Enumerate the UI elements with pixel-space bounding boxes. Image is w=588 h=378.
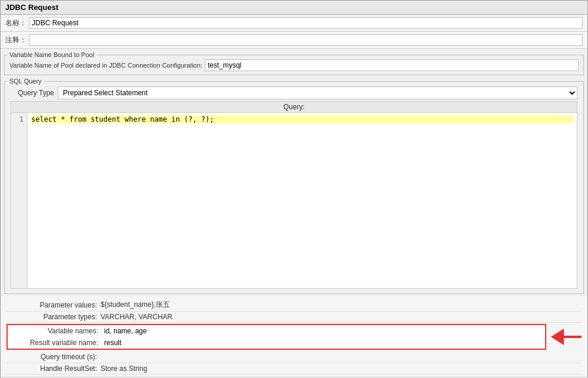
query-type-label: Query Type <box>11 89 58 97</box>
handle-resultset-value: Store as String <box>101 364 582 373</box>
red-arrow-container <box>546 323 582 351</box>
variable-names-row: Variable names: <box>8 325 545 337</box>
sql-section: SQL Query Query Type Prepared Select Sta… <box>4 78 584 294</box>
title-bar: JDBC Request <box>1 1 587 15</box>
variable-names-input[interactable] <box>102 326 545 336</box>
parameter-values-label: Parameter values: <box>6 301 101 309</box>
query-timeout-input[interactable] <box>101 352 582 362</box>
parameter-values-value: ${student_name},张五 <box>101 300 582 310</box>
comment-row: 注释： <box>1 32 587 49</box>
query-content[interactable]: select * from student where name in (?, … <box>28 113 577 288</box>
sql-legend: SQL Query <box>7 78 44 85</box>
parameter-types-label: Parameter types: <box>6 313 101 321</box>
red-arrow-left <box>551 329 564 345</box>
pool-row: Variable Name of Pool declared in JDBC C… <box>7 58 581 72</box>
window-title: JDBC Request <box>5 3 58 12</box>
line-number-1: 1 <box>19 115 24 123</box>
comment-input[interactable] <box>29 34 583 46</box>
pool-legend: Variable Name Bound to Pool <box>7 51 96 58</box>
name-input[interactable] <box>29 17 583 29</box>
result-variable-label: Result variable name: <box>8 339 102 347</box>
variable-names-label: Variable names: <box>8 327 102 335</box>
handle-resultset-label: Handle ResultSet: <box>6 364 101 373</box>
name-label: 名称： <box>5 18 29 28</box>
params-section: Parameter values: ${student_name},张五 Par… <box>1 296 587 377</box>
query-editor[interactable]: 1 select * from student where name in (?… <box>11 112 577 289</box>
result-variable-input[interactable] <box>102 338 545 347</box>
comment-label: 注释： <box>5 35 29 45</box>
pool-label: Variable Name of Pool declared in JDBC C… <box>9 62 202 69</box>
parameter-types-value: VARCHAR, VARCHAR <box>101 313 582 321</box>
parameter-values-row: Parameter values: ${student_name},张五 <box>6 299 582 312</box>
line-numbers: 1 <box>11 113 28 288</box>
query-type-row: Query Type Prepared Select Statement <box>7 85 581 101</box>
jdbc-request-window: JDBC Request 名称： 注释： Variable Name Bound… <box>0 0 588 378</box>
parameter-types-row: Parameter types: VARCHAR, VARCHAR <box>6 312 582 323</box>
pool-input[interactable] <box>205 59 579 71</box>
handle-resultset-row: Handle ResultSet: Store as String <box>6 363 582 374</box>
result-variable-row: Result variable name: <box>8 337 545 349</box>
query-line-1: select * from student where name in (?, … <box>31 115 573 123</box>
pool-section: Variable Name Bound to Pool Variable Nam… <box>4 51 584 75</box>
name-row: 名称： <box>1 15 587 32</box>
query-type-select[interactable]: Prepared Select Statement <box>58 86 577 99</box>
query-timeout-label: Query timeout (s): <box>6 353 101 361</box>
query-area: Query: 1 select * from student where nam… <box>11 101 577 289</box>
query-label: Query: <box>11 101 577 112</box>
query-timeout-row: Query timeout (s): <box>6 351 582 363</box>
red-arrow-shaft <box>564 336 582 338</box>
